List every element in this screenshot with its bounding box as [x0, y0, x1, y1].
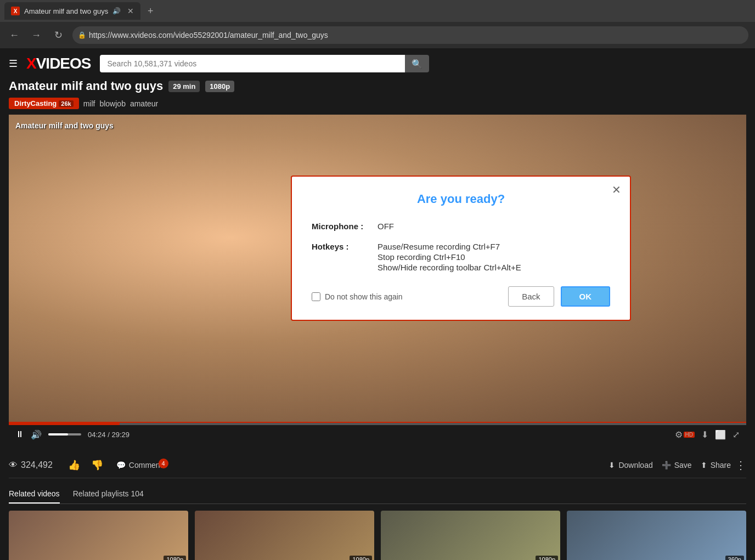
volume-button[interactable]: 🔊 [31, 429, 42, 440]
do-not-show-text: Do not show this again [325, 292, 403, 301]
download-icon: ⬇ [608, 461, 615, 470]
hamburger-menu[interactable]: ☰ [9, 58, 18, 70]
hotkeys-row: Hotkeys : Pause/Resume recording Ctrl+F7… [312, 242, 610, 273]
channel-tag-label: DirtyCasting [14, 99, 57, 108]
back-button[interactable]: ← [7, 27, 22, 43]
thumb-badge-1: 1080p [164, 556, 186, 560]
dialog-close-button[interactable]: ✕ [612, 183, 621, 196]
hotkey-2: Stop recording Ctrl+F10 [378, 252, 521, 262]
thumb-badge-4: 360p [725, 556, 744, 560]
save-button[interactable]: ➕ Save [662, 461, 692, 470]
browser-chrome: X Amateur milf and two guys 🔊 ✕ + ← → ↻ … [0, 0, 755, 48]
tab-bar: X Amateur milf and two guys 🔊 ✕ + [0, 0, 755, 22]
view-count-number: 324,492 [21, 460, 53, 470]
dialog-footer: Do not show this again Back OK [312, 286, 610, 307]
play-pause-button[interactable]: ⏸ [15, 429, 24, 439]
tab-related-videos[interactable]: Related videos [9, 485, 60, 504]
thumbnail-3[interactable]: 1080p [381, 511, 560, 560]
share-button[interactable]: ⬆ Share [701, 461, 731, 470]
thumbnail-2[interactable]: 1080p [195, 511, 374, 560]
thumb-badge-3: 1080p [536, 556, 558, 560]
dialog-title: Are you ready? [312, 192, 610, 206]
are-you-ready-dialog: ✕ Are you ready? Microphone : OFF Hotkey… [291, 176, 631, 321]
hotkey-3: Show/Hide recording toolbar Ctrl+Alt+E [378, 263, 521, 272]
dialog-buttons: Back OK [508, 286, 610, 307]
search-button[interactable]: 🔍 [405, 55, 429, 72]
address-bar: ← → ↻ 🔒 [0, 22, 755, 48]
video-title-row: Amateur milf and two guys 29 min 1080p [9, 79, 746, 93]
tab-close-button[interactable]: ✕ [127, 7, 134, 15]
video-meta: Amateur milf and two guys 29 min 1080p D… [9, 79, 746, 109]
volume-fill [48, 433, 68, 435]
logo-x: X [26, 55, 36, 72]
url-input[interactable] [72, 26, 748, 44]
tag-milf[interactable]: milf [83, 99, 95, 108]
eye-icon: 👁 [9, 460, 18, 470]
microphone-value: OFF [378, 222, 394, 231]
like-button[interactable]: 👍 [64, 457, 84, 473]
tab-favicon: X [11, 7, 20, 15]
search-bar: 🔍 [100, 55, 429, 72]
search-input[interactable] [100, 55, 405, 72]
lock-icon: 🔒 [78, 31, 86, 39]
fullscreen-button[interactable]: ⤢ [733, 429, 740, 440]
share-label: Share [711, 461, 731, 470]
volume-slider[interactable] [48, 433, 81, 435]
thumb-img-1: 1080p [9, 511, 188, 560]
video-title: Amateur milf and two guys [9, 79, 163, 93]
more-options-button[interactable]: ⋮ [735, 459, 746, 472]
new-tab-button[interactable]: + [143, 3, 158, 19]
thumbnails-row: 1080p 1080p 1080p 360p [9, 511, 746, 560]
microphone-label: Microphone : [312, 222, 378, 231]
url-bar-container: 🔒 [72, 26, 748, 44]
channel-tag-count: 26k [59, 100, 73, 107]
progress-bar[interactable] [9, 423, 746, 425]
thumb-img-4: 360p [567, 511, 746, 560]
microphone-row: Microphone : OFF [312, 222, 610, 231]
time-separator: / [108, 431, 110, 439]
tab-related-playlists[interactable]: Related playlists 104 [73, 485, 144, 504]
active-tab[interactable]: X Amateur milf and two guys 🔊 ✕ [4, 2, 140, 20]
hotkey-1: Pause/Resume recording Ctrl+F7 [378, 242, 521, 251]
download-button[interactable]: ⬇ Download [608, 461, 652, 470]
time-current: 04:24 [88, 431, 106, 439]
tab-mute-icon[interactable]: 🔊 [112, 7, 121, 15]
thumbnail-1[interactable]: 1080p [9, 511, 188, 560]
video-actions-bar: 👁 324,492 👍 👎 💬 4 Comments ⬇ Download ➕ … [9, 452, 746, 478]
download-control-button[interactable]: ⬇ [701, 429, 708, 440]
thumb-img-2: 1080p [195, 511, 374, 560]
settings-button[interactable]: ⚙HD [675, 429, 695, 440]
refresh-button[interactable]: ↻ [50, 27, 66, 43]
logo-videos: VIDEOS [36, 55, 91, 72]
comments-button[interactable]: 💬 4 Comments [116, 461, 166, 470]
thumb-badge-2: 1080p [350, 556, 372, 560]
comments-badge: 4 [159, 459, 168, 468]
duration-badge: 29 min [168, 81, 200, 92]
theater-button[interactable]: ⬜ [715, 429, 726, 440]
ok-button[interactable]: OK [561, 286, 611, 307]
tag-amateur[interactable]: amateur [130, 99, 158, 108]
site-header: ☰ XVIDEOS 🔍 [9, 55, 746, 72]
thumbnail-4[interactable]: 360p [567, 511, 746, 560]
thumb-img-3: 1080p [381, 511, 560, 560]
tag-blowjob[interactable]: blowjob [99, 99, 125, 108]
tab-title: Amateur milf and two guys [24, 7, 108, 15]
save-icon: ➕ [662, 461, 671, 470]
forward-button[interactable]: → [29, 27, 44, 43]
hotkeys-value: Pause/Resume recording Ctrl+F7 Stop reco… [378, 242, 521, 273]
hotkeys-label: Hotkeys : [312, 242, 378, 251]
do-not-show-checkbox[interactable] [312, 292, 320, 301]
do-not-show-label: Do not show this again [312, 292, 403, 301]
tags-row: DirtyCasting 26k milf blowjob amateur [9, 98, 746, 109]
save-label: Save [674, 461, 692, 470]
channel-tag-button[interactable]: DirtyCasting 26k [9, 98, 79, 109]
view-count: 👁 324,492 [9, 460, 53, 470]
quality-badge: 1080p [205, 81, 234, 92]
back-button-dialog[interactable]: Back [508, 286, 554, 307]
time-total: 29:29 [111, 431, 129, 439]
section-tabs: Related videos Related playlists 104 [9, 485, 746, 504]
comment-icon: 💬 [116, 461, 126, 470]
dislike-button[interactable]: 👎 [87, 457, 108, 473]
download-label: Download [618, 461, 652, 470]
site-logo[interactable]: XVIDEOS [26, 55, 91, 72]
